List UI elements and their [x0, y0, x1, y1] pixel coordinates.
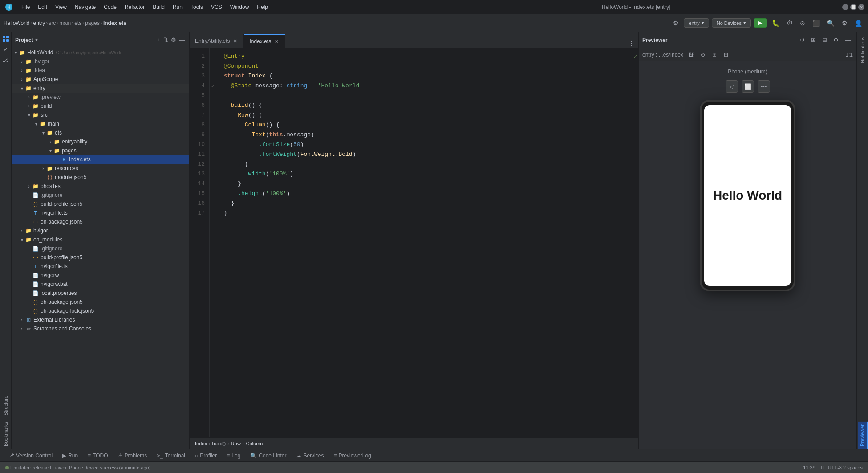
tree-item-ohpackage1[interactable]: › { } oh-package.json5: [12, 217, 189, 226]
sidebar-item-commit[interactable]: ✓: [1, 45, 11, 54]
menu-vcs[interactable]: VCS: [207, 3, 226, 11]
bc-build[interactable]: build(): [212, 441, 226, 446]
menu-edit[interactable]: Edit: [34, 3, 51, 11]
panel-settings-icon[interactable]: ⚙: [170, 36, 177, 44]
tab-log[interactable]: ≡ Log: [222, 452, 245, 460]
tree-item-hvigorwbat[interactable]: › 📄 hvigorw.bat: [12, 280, 189, 289]
bc-row[interactable]: Row: [231, 441, 241, 446]
tree-item-idea[interactable]: › 📁 .idea: [12, 66, 189, 75]
bc-column[interactable]: Column: [246, 441, 263, 446]
tree-item-scratches[interactable]: › ✏ Scratches and Consoles: [12, 324, 189, 333]
tab-previewer-log[interactable]: ≡ PreviewerLog: [329, 452, 375, 460]
previewer-layout-icon2[interactable]: ⊟: [722, 50, 730, 59]
preview-sync-icon[interactable]: ↺: [798, 35, 807, 45]
user-icon[interactable]: 👤: [852, 18, 864, 28]
tree-item-src[interactable]: ▾ 📁 src: [12, 110, 189, 119]
search-button[interactable]: 🔍: [825, 18, 837, 28]
tab-indexets-close[interactable]: ✕: [274, 38, 280, 45]
previewer-grid-icon[interactable]: ⊞: [710, 50, 719, 59]
menu-code[interactable]: Code: [100, 3, 120, 11]
tab-services[interactable]: ☁ Services: [292, 452, 328, 460]
coverage-button[interactable]: ⊙: [798, 18, 807, 28]
tab-version-control[interactable]: ⎇ Version Control: [4, 452, 57, 460]
tree-item-appscope[interactable]: › 📁 AppScope: [12, 75, 189, 84]
tree-item-indexets[interactable]: › E Index.ets: [12, 155, 189, 164]
device-more-btn[interactable]: •••: [758, 80, 770, 93]
breadcrumb-entry[interactable]: entry: [33, 20, 45, 26]
tree-item-hvigorfile2[interactable]: › T hvigorfile.ts: [12, 262, 189, 271]
tab-code-linter[interactable]: 🔍 Code Linter: [246, 452, 291, 460]
sidebar-item-project[interactable]: [1, 34, 11, 44]
panel-sort-icon[interactable]: ⇅: [162, 36, 169, 44]
preview-minimize-icon[interactable]: —: [843, 35, 853, 45]
tree-item-hvigorfile1[interactable]: › T hvigorfile.ts: [12, 208, 189, 217]
preview-settings-icon[interactable]: ⚙: [831, 35, 841, 45]
menu-refactor[interactable]: Refactor: [121, 3, 148, 11]
menu-tools[interactable]: Tools: [187, 3, 207, 11]
settings-icon[interactable]: ⚙: [671, 18, 681, 28]
run-button[interactable]: ▶: [754, 18, 767, 28]
breadcrumb-ets[interactable]: ets: [74, 20, 81, 26]
breadcrumb-pages[interactable]: pages: [85, 20, 100, 26]
tree-item-pages[interactable]: ▾ 📁 pages: [12, 146, 189, 155]
tab-indexets[interactable]: Index.ets ✕: [244, 34, 285, 48]
tab-terminal[interactable]: >_ Terminal: [152, 452, 190, 460]
stop-button[interactable]: ⬛: [810, 18, 822, 28]
debug-button[interactable]: 🐛: [770, 18, 782, 28]
tree-item-ohpackage2[interactable]: › { } oh-package.json5: [12, 298, 189, 306]
tree-item-buildprofile1[interactable]: › { } build-profile.json5: [12, 200, 189, 208]
tree-item-hvigor[interactable]: › 📁 .hvigor: [12, 57, 189, 66]
tab-entryability-close[interactable]: ✕: [232, 38, 238, 45]
menu-run[interactable]: Run: [169, 3, 186, 11]
structure-label[interactable]: Structure: [1, 393, 10, 418]
menu-file[interactable]: File: [18, 3, 33, 11]
breadcrumb-helloworld[interactable]: HelloWorld: [4, 20, 29, 26]
breadcrumb-indexets[interactable]: Index.ets: [103, 20, 126, 26]
tab-profiler[interactable]: ○ Profiler: [191, 452, 221, 460]
minimize-button[interactable]: —: [842, 4, 848, 10]
tab-entryability[interactable]: EntryAbility.ets ✕: [190, 34, 244, 48]
breadcrumb-main[interactable]: main: [59, 20, 71, 26]
previewer-target-icon[interactable]: 🖼: [686, 50, 696, 59]
maximize-button[interactable]: ⬜: [850, 4, 856, 10]
preview-multi-icon[interactable]: ⊞: [809, 35, 818, 45]
tree-item-hvigor2[interactable]: › 📁 hvigor: [12, 226, 189, 235]
menu-window[interactable]: Window: [227, 3, 253, 11]
tab-run[interactable]: ▶ Run: [58, 452, 82, 460]
panel-close-icon[interactable]: —: [178, 36, 186, 44]
preview-layout-icon[interactable]: ⊟: [820, 35, 829, 45]
tree-item-ohostest[interactable]: › 📁 ohosTest: [12, 182, 189, 191]
tree-item-modulejson[interactable]: › { } module.json5: [12, 173, 189, 182]
previewer-scope-icon[interactable]: ⊙: [698, 50, 707, 59]
menu-help[interactable]: Help: [253, 3, 272, 11]
gear-icon[interactable]: ⚙: [840, 18, 850, 28]
tree-item-build[interactable]: › 📁 build: [12, 102, 189, 110]
tree-item-ohpackagelock[interactable]: › { } oh-package-lock.json5: [12, 306, 189, 315]
tab-todo[interactable]: ≡ TODO: [83, 452, 112, 460]
tree-item-localprops[interactable]: › 📄 local.properties: [12, 289, 189, 298]
sidebar-item-vcs[interactable]: ⎇: [1, 55, 11, 65]
tree-item-main[interactable]: ▾ 📁 main: [12, 119, 189, 128]
menu-view[interactable]: View: [52, 3, 70, 11]
code-content[interactable]: @Entry @Component struct Index { @State …: [219, 48, 632, 437]
tree-item-gitignore2[interactable]: › 📄 .gitignore: [12, 244, 189, 253]
tab-settings-icon[interactable]: ⋮: [626, 38, 637, 48]
tree-item-preview[interactable]: › 📁 .preview: [12, 93, 189, 102]
panel-add-icon[interactable]: +: [156, 36, 162, 44]
tree-item-entry[interactable]: ▾ 📁 entry: [12, 84, 189, 93]
tree-item-extlibs[interactable]: › ⊞ External Libraries: [12, 315, 189, 324]
menu-navigate[interactable]: Navigate: [71, 3, 99, 11]
close-button[interactable]: ✕: [858, 4, 864, 10]
bookmarks-label[interactable]: Bookmarks: [1, 419, 10, 449]
tree-item-ets[interactable]: ▾ 📁 ets: [12, 128, 189, 137]
chevron-down-icon-panel[interactable]: ▾: [35, 37, 38, 43]
tree-item-buildprofile2[interactable]: › { } build-profile.json5: [12, 253, 189, 262]
device-rotate-btn[interactable]: ⬜: [742, 80, 754, 93]
tree-item-hvigorw[interactable]: › 📄 hvigorw: [12, 271, 189, 280]
tree-root[interactable]: ▾ 📁 HelloWorld C:\Users\amy\projects\Hel…: [12, 48, 189, 57]
device-selector[interactable]: No Devices ▾: [712, 18, 751, 28]
tree-item-entryability[interactable]: › 📁 entryability: [12, 137, 189, 146]
menu-build[interactable]: Build: [149, 3, 168, 11]
tree-item-ohmodules[interactable]: ▾ 📁 oh_modules: [12, 235, 189, 244]
tree-item-resources[interactable]: › 📁 resources: [12, 164, 189, 173]
